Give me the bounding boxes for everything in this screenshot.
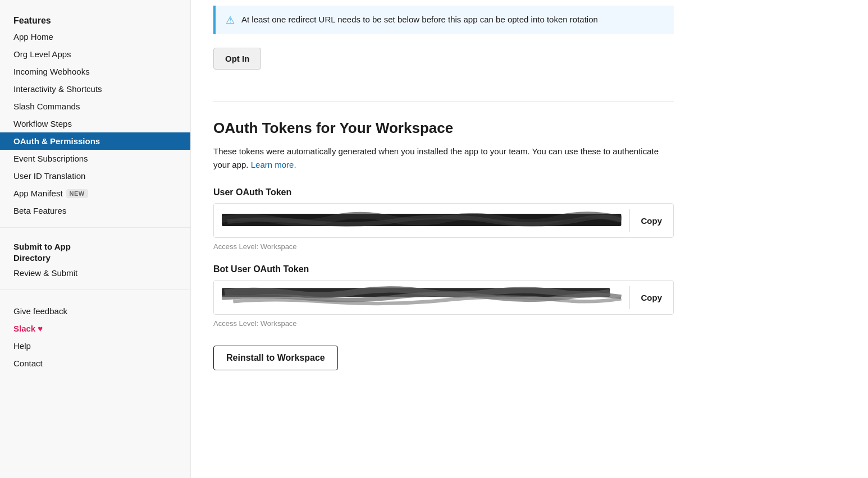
- sidebar-help[interactable]: Help: [0, 337, 190, 355]
- opt-in-button[interactable]: Opt In: [213, 48, 261, 70]
- user-token-label: User OAuth Token: [213, 187, 674, 197]
- oauth-section-title: OAuth Tokens for Your Workspace: [213, 120, 674, 137]
- sidebar-item-label: Org Level Apps: [13, 49, 71, 59]
- sidebar-bottom: Give feedback Slack ♥ Help Contact: [0, 298, 190, 376]
- main-content: ⚠ At least one redirect URL needs to be …: [191, 0, 868, 478]
- warning-banner: ⚠ At least one redirect URL needs to be …: [213, 6, 674, 34]
- oauth-description: These tokens were automatically generate…: [213, 145, 674, 172]
- sidebar-item-label: Incoming Webhooks: [13, 67, 90, 76]
- sidebar-item-interactivity-shortcuts[interactable]: Interactivity & Shortcuts: [0, 80, 190, 98]
- heart-icon: ♥: [38, 324, 43, 333]
- sidebar-item-label: Event Subscriptions: [13, 154, 88, 163]
- sidebar-item-label: Beta Features: [13, 206, 66, 215]
- user-token-row: Copy: [213, 203, 674, 238]
- sidebar-item-slash-commands[interactable]: Slash Commands: [0, 98, 190, 115]
- sidebar-item-app-manifest[interactable]: App Manifest NEW: [0, 185, 190, 202]
- user-token-redacted-svg: [222, 209, 622, 232]
- sidebar-item-oauth-permissions[interactable]: OAuth & Permissions: [0, 132, 190, 150]
- bot-token-copy-button[interactable]: Copy: [629, 286, 674, 309]
- feedback-label: Give feedback: [13, 306, 67, 316]
- bot-token-label: Bot User OAuth Token: [213, 264, 674, 274]
- sidebar-item-label: Review & Submit: [13, 268, 77, 278]
- new-badge: NEW: [66, 189, 88, 198]
- sidebar: Features App Home Org Level Apps Incomin…: [0, 0, 191, 478]
- features-title: Features: [0, 11, 190, 28]
- sidebar-divider-2: [0, 289, 190, 290]
- sidebar-contact[interactable]: Contact: [0, 355, 190, 372]
- slack-label: Slack: [13, 324, 35, 333]
- user-access-level: Access Level: Workspace: [213, 242, 674, 251]
- sidebar-divider: [0, 227, 190, 228]
- sidebar-item-label: App Home: [13, 32, 53, 42]
- sidebar-item-org-level-apps[interactable]: Org Level Apps: [0, 45, 190, 63]
- sidebar-item-workflow-steps[interactable]: Workflow Steps: [0, 115, 190, 132]
- sidebar-item-app-home[interactable]: App Home: [0, 28, 190, 45]
- bot-access-level: Access Level: Workspace: [213, 319, 674, 328]
- sidebar-item-user-id-translation[interactable]: User ID Translation: [0, 167, 190, 185]
- learn-more-link[interactable]: Learn more.: [251, 160, 296, 169]
- content-area: ⚠ At least one redirect URL needs to be …: [191, 6, 696, 404]
- sidebar-slack[interactable]: Slack ♥: [0, 320, 190, 337]
- sidebar-item-label: OAuth & Permissions: [13, 136, 100, 146]
- bot-token-value: [214, 281, 629, 314]
- sidebar-item-label: Workflow Steps: [13, 119, 72, 128]
- section-divider: [213, 101, 674, 102]
- help-label: Help: [13, 341, 31, 351]
- sidebar-item-review-submit[interactable]: Review & Submit: [0, 264, 190, 282]
- reinstall-button[interactable]: Reinstall to Workspace: [213, 346, 338, 370]
- bot-token-redacted-svg: [222, 286, 622, 309]
- sidebar-item-label: App Manifest: [13, 189, 63, 198]
- user-token-copy-button[interactable]: Copy: [629, 209, 674, 232]
- sidebar-item-beta-features[interactable]: Beta Features: [0, 202, 190, 219]
- sidebar-item-incoming-webhooks[interactable]: Incoming Webhooks: [0, 63, 190, 80]
- warning-icon: ⚠: [226, 14, 235, 26]
- sidebar-item-event-subscriptions[interactable]: Event Subscriptions: [0, 150, 190, 167]
- submit-title: Submit to AppDirectory: [0, 236, 190, 264]
- sidebar-item-label: Interactivity & Shortcuts: [13, 84, 102, 94]
- contact-label: Contact: [13, 358, 43, 368]
- warning-text: At least one redirect URL needs to be se…: [241, 13, 598, 26]
- sidebar-item-label: User ID Translation: [13, 171, 85, 181]
- bot-token-row: Copy: [213, 280, 674, 315]
- sidebar-item-label: Slash Commands: [13, 102, 80, 111]
- user-token-value: [214, 204, 629, 237]
- sidebar-feedback[interactable]: Give feedback: [0, 302, 190, 320]
